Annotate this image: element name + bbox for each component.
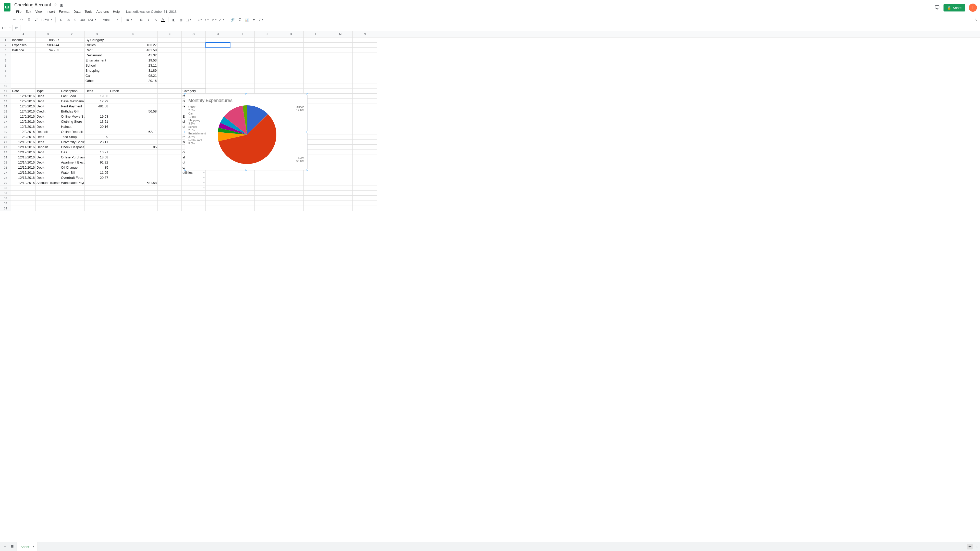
redo-button[interactable]: ↷ xyxy=(18,17,25,23)
column-header-E[interactable]: E xyxy=(109,31,158,37)
cell[interactable]: Debit xyxy=(36,94,60,99)
cell[interactable] xyxy=(255,89,279,94)
cell[interactable] xyxy=(230,196,255,201)
cell[interactable] xyxy=(109,124,158,129)
cell[interactable] xyxy=(255,38,279,43)
cell[interactable] xyxy=(353,109,377,114)
cell[interactable] xyxy=(230,186,255,191)
cell[interactable] xyxy=(328,124,353,129)
cell[interactable] xyxy=(230,83,255,89)
cell[interactable]: Entertainment xyxy=(85,58,109,63)
cell[interactable] xyxy=(109,170,158,175)
cell[interactable] xyxy=(279,73,304,78)
column-header-J[interactable]: J xyxy=(255,31,279,37)
cell[interactable] xyxy=(11,191,36,196)
cell[interactable] xyxy=(11,78,36,83)
cell[interactable] xyxy=(36,68,60,73)
cell[interactable] xyxy=(353,135,377,140)
cell[interactable]: 12/7/2016 xyxy=(11,124,36,129)
cell[interactable] xyxy=(60,38,85,43)
cell[interactable] xyxy=(182,83,206,89)
cell[interactable]: Debit xyxy=(36,119,60,124)
name-box[interactable]: H2 xyxy=(0,25,13,31)
cell[interactable] xyxy=(158,196,182,201)
cell[interactable] xyxy=(109,114,158,119)
cell[interactable] xyxy=(158,175,182,180)
cell[interactable] xyxy=(279,63,304,68)
cell[interactable] xyxy=(158,119,182,124)
cell[interactable] xyxy=(279,83,304,89)
cell[interactable] xyxy=(60,78,85,83)
cell[interactable] xyxy=(158,53,182,58)
cell[interactable] xyxy=(109,155,158,160)
cell[interactable] xyxy=(279,186,304,191)
row-header-16[interactable]: 16 xyxy=(0,114,11,119)
column-header-A[interactable]: A xyxy=(11,31,36,37)
cell[interactable] xyxy=(11,58,36,63)
cell[interactable]: 9 xyxy=(85,135,109,140)
row-header-9[interactable]: 9 xyxy=(0,78,11,83)
cell[interactable] xyxy=(353,144,377,150)
menu-add-ons[interactable]: Add-ons xyxy=(95,9,110,14)
cell[interactable]: Description xyxy=(60,89,85,94)
cell[interactable] xyxy=(60,196,85,201)
cell[interactable] xyxy=(206,73,230,78)
menu-file[interactable]: File xyxy=(14,9,23,14)
insert-chart-button[interactable]: 📊 xyxy=(243,17,250,23)
cell[interactable] xyxy=(353,119,377,124)
row-header-25[interactable]: 25 xyxy=(0,160,11,165)
row-header-14[interactable]: 14 xyxy=(0,104,11,109)
cell[interactable] xyxy=(158,83,182,89)
cell[interactable]: 20.16 xyxy=(109,78,158,83)
cell[interactable] xyxy=(353,196,377,201)
cell[interactable] xyxy=(158,129,182,135)
cell[interactable] xyxy=(109,196,158,201)
row-header-13[interactable]: 13 xyxy=(0,99,11,104)
cell[interactable] xyxy=(255,180,279,186)
row-header-17[interactable]: 17 xyxy=(0,119,11,124)
cell[interactable]: 41.32 xyxy=(109,53,158,58)
cell[interactable]: Haircut xyxy=(60,124,85,129)
cell[interactable] xyxy=(60,48,85,53)
select-all-corner[interactable] xyxy=(0,31,11,37)
cell[interactable] xyxy=(328,109,353,114)
row-header-31[interactable]: 31 xyxy=(0,191,11,196)
cell[interactable] xyxy=(182,58,206,63)
cell[interactable] xyxy=(85,180,109,186)
cell[interactable] xyxy=(11,201,36,206)
cell[interactable] xyxy=(182,175,206,180)
cell[interactable] xyxy=(279,53,304,58)
cell[interactable]: 12/4/2016 xyxy=(11,109,36,114)
cell[interactable] xyxy=(158,135,182,140)
cell[interactable]: Expenses xyxy=(11,43,36,48)
cell[interactable] xyxy=(255,48,279,53)
cell[interactable] xyxy=(328,191,353,196)
row-header-32[interactable]: 32 xyxy=(0,196,11,201)
column-header-L[interactable]: L xyxy=(304,31,328,37)
cell[interactable]: 20.37 xyxy=(85,175,109,180)
cell[interactable]: Debit xyxy=(36,170,60,175)
cell[interactable] xyxy=(11,186,36,191)
paint-format-button[interactable]: 🖌 xyxy=(33,17,39,23)
cell[interactable] xyxy=(279,43,304,48)
cell[interactable] xyxy=(85,196,109,201)
horizontal-align-button[interactable]: ≡ xyxy=(196,17,203,23)
strikethrough-button[interactable]: S xyxy=(152,17,159,23)
cell[interactable]: Taco Shop xyxy=(60,135,85,140)
cell[interactable] xyxy=(353,99,377,104)
cell[interactable] xyxy=(182,78,206,83)
cell[interactable] xyxy=(60,83,85,89)
cell[interactable] xyxy=(158,63,182,68)
cell[interactable] xyxy=(230,58,255,63)
cell[interactable] xyxy=(158,58,182,63)
cell[interactable] xyxy=(36,191,60,196)
cell[interactable] xyxy=(85,186,109,191)
cell[interactable] xyxy=(182,73,206,78)
cell[interactable] xyxy=(230,73,255,78)
cell[interactable]: Debit xyxy=(36,160,60,165)
cell[interactable] xyxy=(255,68,279,73)
cell[interactable] xyxy=(230,63,255,68)
cell[interactable]: 12.79 xyxy=(85,99,109,104)
insert-comment-button[interactable]: 🗨 xyxy=(236,17,243,23)
cell[interactable]: Date xyxy=(11,89,36,94)
